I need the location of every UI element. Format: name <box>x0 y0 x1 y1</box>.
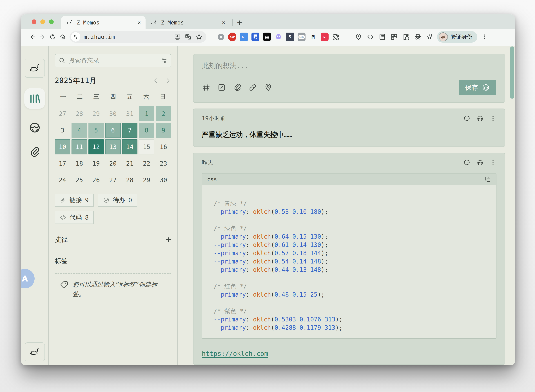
url-text[interactable]: m.zhao.im <box>84 33 170 40</box>
reading-list-icon[interactable] <box>379 33 386 41</box>
calendar-day[interactable]: 25 <box>71 173 87 187</box>
comment-icon[interactable] <box>464 159 470 166</box>
forward-button[interactable] <box>38 32 47 42</box>
calendar-day[interactable]: 16 <box>156 139 171 154</box>
calendar-day[interactable]: 31 <box>122 106 137 121</box>
qr-code-icon[interactable] <box>391 33 398 41</box>
eyes-extension-icon[interactable] <box>263 33 271 41</box>
calendar-day[interactable]: 3 <box>55 123 70 138</box>
calendar-day[interactable]: 6 <box>105 123 120 138</box>
tab-active[interactable]: Z-Memos ✕ <box>61 16 146 29</box>
calendar-day[interactable]: 19 <box>88 156 104 171</box>
visibility-globe-icon[interactable] <box>477 115 483 122</box>
library-nav-button[interactable] <box>24 88 45 109</box>
calendar-next-icon[interactable] <box>165 78 171 84</box>
calendar-day[interactable]: 29 <box>139 173 154 187</box>
install-app-icon[interactable] <box>174 33 181 40</box>
add-shortcut-button[interactable]: + <box>166 235 171 244</box>
site-settings-icon[interactable] <box>71 32 80 42</box>
square-slash-icon[interactable] <box>218 83 226 92</box>
hashtag-icon[interactable] <box>202 83 210 92</box>
calendar-day[interactable]: 10 <box>55 139 70 154</box>
calendar-day[interactable]: 21 <box>122 156 137 171</box>
app-logo-button[interactable] <box>25 59 45 78</box>
ghost-extension-icon[interactable] <box>275 33 282 41</box>
search-input[interactable]: 搜索备忘录 <box>55 54 171 67</box>
calendar-day[interactable]: 1 <box>139 106 154 121</box>
calendar-day[interactable]: 17 <box>55 156 70 171</box>
sparkle-star-icon[interactable] <box>426 33 433 41</box>
extensions-puzzle-icon[interactable] <box>332 33 340 41</box>
s-extension-icon[interactable]: S <box>286 33 294 41</box>
memo-menu-icon[interactable] <box>490 159 497 166</box>
line-extension-icon[interactable]: LINE <box>298 33 306 41</box>
new-tab-button[interactable]: + <box>235 18 244 27</box>
calendar-day[interactable]: 27 <box>55 106 70 121</box>
reload-button[interactable] <box>47 32 58 42</box>
copy-code-button[interactable] <box>485 176 491 182</box>
calendar-day[interactable]: 28 <box>71 106 87 121</box>
calendar-day[interactable]: 11 <box>71 139 87 154</box>
scrollbar-thumb[interactable] <box>510 47 514 99</box>
minimize-window-button[interactable] <box>40 19 45 24</box>
calendar-day[interactable]: 2 <box>156 106 171 121</box>
calendar-day[interactable]: 30 <box>156 173 171 187</box>
incognito-icon[interactable] <box>414 33 421 41</box>
memo-link[interactable]: https://oklch.com <box>202 350 268 357</box>
calendar-day[interactable]: 4 <box>71 123 87 138</box>
calendar-day[interactable]: 30 <box>105 106 120 121</box>
location-icon[interactable] <box>264 83 272 92</box>
code-brackets-icon[interactable] <box>367 33 374 41</box>
markdown-extension-icon[interactable]: M <box>309 33 317 41</box>
tab-close-icon[interactable]: ✕ <box>138 20 141 25</box>
tab-close-icon[interactable]: ✕ <box>222 20 225 25</box>
video-extension-icon[interactable]: ▶ <box>321 33 329 41</box>
calendar-day[interactable]: 12 <box>88 139 104 154</box>
calendar-day[interactable]: 14 <box>122 139 137 154</box>
calendar-day[interactable]: 15 <box>139 139 154 154</box>
calendar-day[interactable]: 29 <box>88 106 104 121</box>
calendar-prev-icon[interactable] <box>153 78 159 84</box>
calendar-day[interactable]: 23 <box>156 156 171 171</box>
back-button[interactable] <box>27 32 38 42</box>
calendar-day[interactable]: 8 <box>139 123 154 138</box>
comment-icon[interactable] <box>464 115 470 122</box>
calendar-day[interactable]: 9 <box>156 123 171 138</box>
translate-float-button[interactable]: A <box>21 269 35 288</box>
kt-extension-icon[interactable]: KT <box>240 33 248 41</box>
bottom-logo-button[interactable] <box>25 342 45 361</box>
password-lock-extension-icon[interactable] <box>251 33 259 41</box>
zoom-window-button[interactable] <box>49 19 54 24</box>
calendar-day[interactable]: 27 <box>105 173 120 187</box>
calendar-day[interactable]: 5 <box>88 123 104 138</box>
profile-chip[interactable]: 验证身份 <box>437 31 477 43</box>
translate-icon[interactable] <box>185 33 192 40</box>
calendar-day[interactable]: 28 <box>122 173 137 187</box>
code-stat-button[interactable]: 代码 8 <box>55 211 94 224</box>
calendar-day[interactable]: 18 <box>71 156 87 171</box>
tab-inactive[interactable]: Z-Memos ✕ <box>146 16 230 29</box>
calendar-day[interactable]: 24 <box>55 173 70 187</box>
attachments-nav-button[interactable] <box>29 146 40 157</box>
address-bar[interactable]: m.zhao.im <box>70 31 206 43</box>
insert-link-icon[interactable] <box>249 83 257 92</box>
explore-nav-button[interactable] <box>29 122 40 133</box>
calendar-day[interactable]: 7 <box>122 123 137 138</box>
location-pin-icon[interactable] <box>355 33 362 41</box>
calendar-day[interactable]: 26 <box>88 173 104 187</box>
todo-stat-button[interactable]: 待办 0 <box>98 194 137 207</box>
ring-extension-icon[interactable] <box>217 33 225 41</box>
home-button[interactable] <box>58 32 68 42</box>
links-stat-button[interactable]: 链接 9 <box>55 194 94 207</box>
close-window-button[interactable] <box>32 19 36 24</box>
memo-editor[interactable]: 此刻的想法... 保存 <box>193 54 505 103</box>
memo-menu-icon[interactable] <box>490 115 497 122</box>
browser-menu-icon[interactable] <box>481 33 488 40</box>
attach-file-icon[interactable] <box>233 83 241 92</box>
calendar-day[interactable]: 13 <box>105 139 120 154</box>
search-tabs-icon[interactable] <box>402 33 410 41</box>
visibility-globe-icon[interactable] <box>477 159 483 166</box>
calendar-day[interactable]: 22 <box>139 156 154 171</box>
filter-sliders-icon[interactable] <box>161 57 167 64</box>
calendar-day[interactable]: 20 <box>105 156 120 171</box>
